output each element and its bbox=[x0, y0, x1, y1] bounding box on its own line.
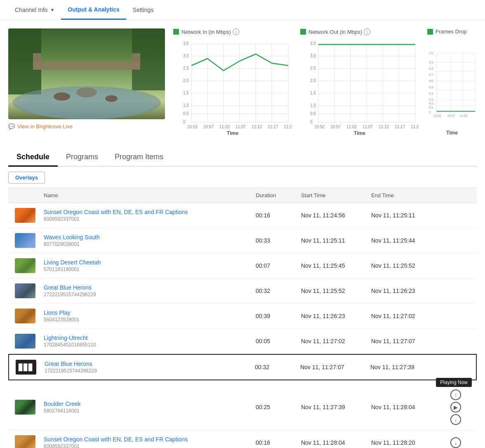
row-2-start: Nov 11, 11:25:11 bbox=[301, 237, 371, 244]
svg-text:10:57: 10:57 bbox=[330, 125, 341, 128]
row-7-thumb: ▊▊▊ bbox=[16, 360, 36, 375]
row-3-thumb bbox=[15, 258, 35, 273]
svg-text:0.3: 0.3 bbox=[429, 98, 433, 101]
row-5-info: Lions Play 5604123528001 bbox=[44, 309, 256, 323]
tab-schedule[interactable]: Schedule bbox=[8, 149, 58, 167]
svg-text:11:07: 11:07 bbox=[235, 125, 246, 128]
svg-text:11:02: 11:02 bbox=[460, 114, 468, 118]
row-9-id: 6008592337001 bbox=[44, 443, 256, 448]
row-6-thumb bbox=[15, 334, 35, 349]
table-row: Lightning-Utrecht 1702845451016855110 00… bbox=[8, 329, 477, 354]
col-end: End Time bbox=[371, 192, 441, 198]
row-4-name-link[interactable]: Great Blue Herons bbox=[44, 284, 92, 291]
row-6-name-link[interactable]: Lightning-Utrecht bbox=[44, 335, 88, 341]
svg-text:3.5: 3.5 bbox=[310, 41, 316, 46]
move-down-button-2[interactable]: ↓ bbox=[450, 437, 461, 448]
tab-overlays[interactable]: Overlays bbox=[8, 172, 45, 184]
row-6-start: Nov 11, 11:27:02 bbox=[301, 338, 371, 344]
move-down-button[interactable]: ↓ bbox=[450, 414, 461, 425]
svg-text:0.5: 0.5 bbox=[183, 111, 189, 116]
move-up-button[interactable]: ↑ bbox=[450, 389, 461, 400]
row-9-end: Nov 11, 11:28:20 bbox=[371, 439, 441, 446]
row-8-info: Boulder Creek 5802784116001 bbox=[44, 401, 256, 414]
network-in-chart: Network In (in Mbps) i 3.5 3.0 2.5 2.0 1… bbox=[173, 28, 292, 136]
svg-text:0.8: 0.8 bbox=[429, 67, 433, 71]
row-9-start: Nov 11, 11:28:04 bbox=[301, 439, 371, 446]
settings-tab[interactable]: Settings bbox=[126, 1, 160, 19]
svg-text:10:52: 10:52 bbox=[314, 125, 325, 128]
col-start: Start Time bbox=[301, 192, 371, 198]
svg-point-10 bbox=[76, 87, 97, 97]
row-5-id: 5604123528001 bbox=[44, 317, 256, 323]
row-5-start: Nov 11, 11:26:23 bbox=[301, 313, 371, 319]
svg-text:3.0: 3.0 bbox=[183, 54, 189, 58]
row-5-name-link[interactable]: Lions Play bbox=[44, 309, 71, 316]
svg-text:11:12: 11:12 bbox=[252, 125, 262, 128]
svg-text:11:22: 11:22 bbox=[284, 125, 292, 128]
network-out-info-icon[interactable]: i bbox=[364, 28, 370, 35]
table-row: Living Desert Cheetah 5701193190001 00:0… bbox=[8, 253, 477, 278]
row-8-start: Nov 11, 11:27:39 bbox=[301, 404, 371, 410]
row-8-actions: ↑ ▶ ↓ bbox=[441, 389, 470, 425]
external-link-icon: 💬 bbox=[8, 123, 15, 130]
network-out-svg: 3.5 3.0 2.5 2.0 1.5 1.0 0.5 0 10: bbox=[300, 38, 419, 128]
row-3-name-link[interactable]: Living Desert Cheetah bbox=[44, 259, 101, 266]
col-name: Name bbox=[44, 192, 256, 198]
table-row: Sunset Oregon Coast with EN, DE, ES and … bbox=[8, 430, 477, 448]
svg-text:10:57: 10:57 bbox=[447, 114, 455, 118]
view-in-brightcove-link[interactable]: 💬 View in Brightcove Live bbox=[8, 123, 165, 130]
network-out-legend-dot bbox=[300, 29, 306, 35]
playing-now-badge: Playing Now bbox=[436, 378, 472, 387]
network-out-chart: Network Out (in Mbps) i 3.5 3.0 2.5 2.0 … bbox=[300, 28, 419, 136]
svg-text:10:52: 10:52 bbox=[433, 114, 441, 118]
row-6-end: Nov 11, 11:27:07 bbox=[371, 338, 441, 344]
svg-text:2.5: 2.5 bbox=[183, 66, 189, 71]
row-2-id: 6077029038001 bbox=[44, 241, 256, 247]
row-6-id: 1702845451016855110 bbox=[44, 342, 256, 348]
network-out-label: Network Out (in Mbps) bbox=[308, 29, 362, 35]
row-2-name-link[interactable]: Waves Looking South bbox=[44, 234, 100, 241]
svg-text:11:22: 11:22 bbox=[411, 125, 419, 128]
svg-text:1.0: 1.0 bbox=[429, 51, 433, 55]
row-1-id: 6008592337001 bbox=[44, 216, 256, 222]
row-4-thumb bbox=[15, 283, 35, 298]
table-row: Great Blue Herons 1722219515744296229 00… bbox=[8, 278, 477, 304]
row-9-name-link[interactable]: Sunset Oregon Coast with EN, DE, ES and … bbox=[44, 436, 188, 443]
table-row: Sunset Oregon Coast with EN, DE, ES and … bbox=[8, 203, 477, 228]
svg-text:11:02: 11:02 bbox=[346, 125, 357, 128]
svg-text:0.5: 0.5 bbox=[429, 85, 433, 89]
tab-programs[interactable]: Programs bbox=[58, 149, 106, 166]
svg-text:1.5: 1.5 bbox=[183, 91, 189, 95]
svg-text:0.1: 0.1 bbox=[429, 106, 433, 109]
row-8-name-link[interactable]: Boulder Creek bbox=[44, 401, 81, 407]
network-in-info-icon[interactable]: i bbox=[233, 28, 239, 35]
row-3-info: Living Desert Cheetah 5701193190001 bbox=[44, 259, 256, 272]
svg-point-8 bbox=[54, 92, 70, 101]
row-9-thumb bbox=[15, 435, 35, 448]
svg-rect-3 bbox=[33, 61, 140, 70]
row-8-duration: 00:25 bbox=[256, 404, 301, 410]
row-7-name-link[interactable]: Great Blue Herons bbox=[45, 361, 92, 367]
svg-text:11:17: 11:17 bbox=[395, 125, 405, 128]
row-1-duration: 00:16 bbox=[256, 212, 301, 219]
schedule-section: Schedule Programs Program Items Overlays… bbox=[0, 140, 485, 448]
main-tabs: Schedule Programs Program Items bbox=[8, 149, 477, 167]
table-row: Lions Play 5604123528001 00:39 Nov 11, 1… bbox=[8, 304, 477, 329]
row-2-end: Nov 11, 11:25:44 bbox=[371, 237, 441, 244]
row-7-start: Nov 11, 11:27:07 bbox=[300, 364, 370, 370]
svg-text:11:07: 11:07 bbox=[363, 125, 373, 128]
output-analytics-tab[interactable]: Output & Analytics bbox=[61, 0, 126, 20]
tab-program-items[interactable]: Program Items bbox=[106, 149, 172, 166]
table-header: Name Duration Start Time End Time bbox=[8, 188, 477, 203]
row-7-duration: 00:32 bbox=[255, 364, 300, 370]
row-4-duration: 00:32 bbox=[256, 288, 301, 294]
sub-tabs: Overlays bbox=[8, 172, 477, 184]
row-1-name-link[interactable]: Sunset Oregon Coast with EN, DE, ES and … bbox=[44, 209, 188, 215]
channel-info-tab[interactable]: Channel Info ▼ bbox=[8, 1, 61, 19]
row-4-info: Great Blue Herons 1722219515744296229 bbox=[44, 284, 256, 297]
svg-rect-5 bbox=[132, 53, 140, 70]
row-6-duration: 00:05 bbox=[256, 338, 301, 344]
row-4-id: 1722219515744296229 bbox=[44, 292, 256, 297]
row-7-info: Great Blue Herons 1722219515744296229 bbox=[45, 361, 255, 374]
play-button[interactable]: ▶ bbox=[450, 402, 461, 413]
